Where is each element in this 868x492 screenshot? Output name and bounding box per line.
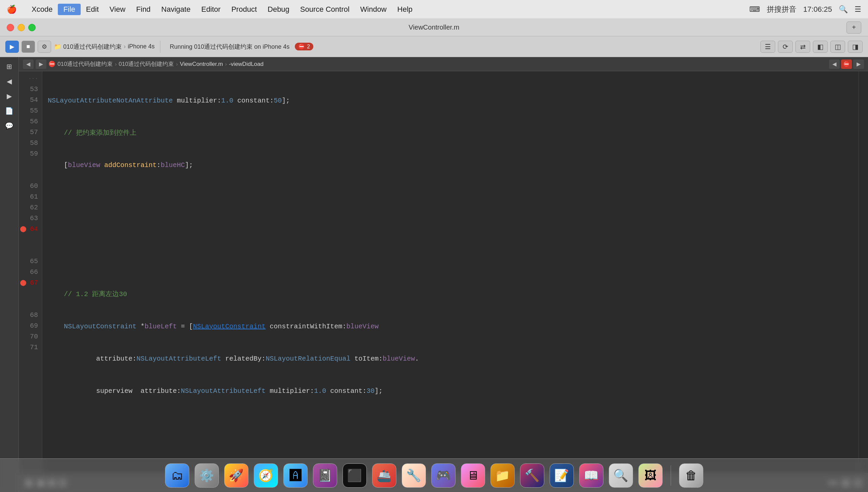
bc-nav-next[interactable]: ▶ — [853, 59, 864, 69]
bc-nav-right: ◀ ⛔ ▶ — [829, 59, 864, 69]
close-button[interactable] — [7, 24, 14, 31]
dock: 🗂 ⚙️ 🚀 🧭 🅰 📓 ⬛ 🚢 🔧 🎮 🖥 📁 🔨 📝 📖 🔍 🖼 🗑 — [0, 459, 868, 492]
bc-folder2[interactable]: 010通过代码创建约束 — [119, 60, 174, 68]
run-button[interactable]: ▶ — [5, 41, 19, 53]
code-line-60 — [48, 418, 859, 429]
bc-error-icon: ⛔ — [48, 60, 55, 68]
notification-icon[interactable]: ☰ — [854, 5, 861, 14]
bc-folder1[interactable]: 010通过代码创建约束 — [57, 60, 113, 68]
dock-dict[interactable]: 📖 — [579, 463, 603, 488]
ln-top: ··· — [19, 74, 42, 84]
ime-label: 拼搜拼音 — [767, 4, 796, 15]
sidebar-navigator-icon[interactable]: ⊞ — [3, 60, 16, 73]
menu-product[interactable]: Product — [226, 4, 262, 15]
menu-edit[interactable]: Edit — [81, 4, 104, 15]
search-icon[interactable]: 🔍 — [839, 5, 848, 14]
dock-terminal[interactable]: ⬛ — [342, 463, 367, 488]
menu-help[interactable]: Help — [392, 4, 418, 15]
breadcrumb-bar: ◀ ▶ ⛔ 010通过代码创建约束 › 010通过代码创建约束 › ViewCo… — [19, 57, 868, 71]
error-indicator-64 — [20, 226, 26, 232]
clock: 17:06:25 — [803, 5, 832, 14]
dock-unknown7[interactable]: 🖼 — [638, 463, 662, 488]
sidebar-forward-icon[interactable]: ▶ — [3, 90, 16, 103]
dock-filezilla[interactable]: 📁 — [490, 463, 515, 488]
error-icon: ⛔ — [298, 43, 305, 50]
dock-safari[interactable]: 🧭 — [254, 463, 278, 488]
left-sidebar: ⊞ ◀ ▶ 📄 💬 — [0, 57, 19, 492]
code-line-53: // 把约束添加到控件上 — [48, 128, 859, 139]
traffic-lights — [7, 24, 35, 31]
sidebar-msg-icon[interactable]: 💬 — [3, 119, 16, 132]
bc-next-button[interactable]: ▶ — [35, 59, 46, 69]
bc-file[interactable]: ViewController.m — [180, 61, 223, 68]
dock-unknown6[interactable]: 🔍 — [609, 463, 633, 488]
error-badge[interactable]: ⛔ 2 — [295, 43, 313, 50]
code-line-54: [blueView addConstraint:blueHC]; — [48, 160, 859, 171]
menubar-right: ⌨ 拼搜拼音 17:06:25 🔍 ☰ — [749, 4, 861, 15]
dock-unknown4[interactable]: 🖥 — [461, 463, 485, 488]
code-content[interactable]: NSLayoutAttributeNotAnAttribute multipli… — [42, 71, 859, 473]
dock-trash[interactable]: 🗑 — [679, 463, 703, 488]
menu-window[interactable]: Window — [355, 4, 392, 15]
dock-onenote[interactable]: 📓 — [313, 463, 337, 488]
scheme-button[interactable]: ⚙ — [38, 41, 51, 53]
navigate-back-button[interactable]: ⟳ — [778, 41, 793, 53]
bc-method[interactable]: -viewDidLoad — [229, 61, 264, 68]
navigator-button[interactable]: ◧ — [813, 41, 828, 53]
scheme-breadcrumb: 📁 010通过代码创建约束 › iPhone 4s — [54, 43, 155, 51]
editor-area: ◀ ▶ ⛔ 010通过代码创建约束 › 010通过代码创建约束 › ViewCo… — [19, 57, 868, 492]
utilities-button[interactable]: ◨ — [848, 41, 863, 53]
window-title: ViewController.m — [409, 24, 460, 31]
sidebar-toggle-icon[interactable]: ◀ — [3, 75, 16, 88]
scheme-name: 010通过代码创建约束 — [63, 43, 122, 51]
apple-menu[interactable]: 🍎 — [7, 5, 17, 14]
bc-prev-button[interactable]: ◀ — [23, 59, 33, 69]
menu-navigate[interactable]: Navigate — [156, 4, 196, 15]
dock-unknown5[interactable]: 🔨 — [520, 463, 544, 488]
dock-finder[interactable]: 🗂 — [165, 463, 189, 488]
titlebar: ViewController.m + — [0, 19, 868, 36]
layout-list-button[interactable]: ☰ — [761, 41, 775, 53]
dock-unknown1[interactable]: 🚢 — [372, 463, 396, 488]
code-line-57 — [48, 257, 859, 268]
line-numbers: ··· 53 54 55 56 57 58 59 60 61 62 63 — [19, 71, 42, 473]
device-name: iPhone 4s — [128, 43, 155, 50]
menu-view[interactable]: View — [104, 4, 131, 15]
code-line-55 — [48, 192, 859, 203]
dock-word[interactable]: 📝 — [550, 463, 574, 488]
code-line-top: NSLayoutAttributeNotAnAttribute multipli… — [48, 95, 859, 106]
dock-unknown3[interactable]: 🎮 — [431, 463, 456, 488]
running-status: Running 010通过代码创建约束 on iPhone 4s — [170, 43, 289, 51]
menu-file[interactable]: File — [58, 4, 80, 15]
menu-source-control[interactable]: Source Control — [295, 4, 355, 15]
bc-nav-prev[interactable]: ◀ — [829, 59, 840, 69]
menu-find[interactable]: Find — [131, 4, 156, 15]
assistant-button[interactable]: ◫ — [830, 41, 845, 53]
toolbar-right-controls: ☰ ⟳ ⇄ ◧ ◫ ◨ — [761, 41, 863, 53]
menu-xcode[interactable]: Xcode — [26, 4, 58, 15]
sidebar-file-icon[interactable]: 📄 — [3, 104, 16, 118]
toolbar: ▶ ■ ⚙ 📁 010通过代码创建约束 › iPhone 4s Running … — [0, 36, 868, 57]
code-editor[interactable]: ··· 53 54 55 56 57 58 59 60 61 62 63 — [19, 71, 868, 473]
dock-sysprefs[interactable]: ⚙️ — [195, 463, 219, 488]
xcode-window: ViewController.m + ▶ ■ ⚙ 📁 010通过代码创建约束 ›… — [0, 19, 868, 492]
folder-icon: 📁 — [54, 43, 61, 50]
menu-editor[interactable]: Editor — [196, 4, 226, 15]
right-gutter — [859, 71, 868, 473]
stop-button[interactable]: ■ — [22, 41, 35, 53]
error-count: 2 — [307, 44, 310, 50]
menubar: 🍎 Xcode File Edit View Find Navigate Edi… — [0, 0, 868, 19]
maximize-button[interactable] — [28, 24, 35, 31]
bc-nav-error[interactable]: ⛔ — [841, 59, 852, 69]
add-tab-button[interactable]: + — [846, 22, 861, 33]
dock-divider — [671, 465, 671, 486]
minimize-button[interactable] — [18, 24, 25, 31]
code-line-58: // 1.2 距离左边30 — [48, 289, 859, 300]
main-area: ⊞ ◀ ▶ 📄 💬 ◀ ▶ ⛔ 010通过代码创建约束 › 010通过代码创建约… — [0, 57, 868, 492]
navigate-forward-button[interactable]: ⇄ — [795, 41, 810, 53]
dock-launchpad[interactable]: 🚀 — [224, 463, 248, 488]
dock-unknown2[interactable]: 🔧 — [402, 463, 426, 488]
menu-debug[interactable]: Debug — [262, 4, 295, 15]
dock-appstore[interactable]: 🅰 — [283, 463, 308, 488]
input-method: ⌨ — [749, 5, 760, 14]
